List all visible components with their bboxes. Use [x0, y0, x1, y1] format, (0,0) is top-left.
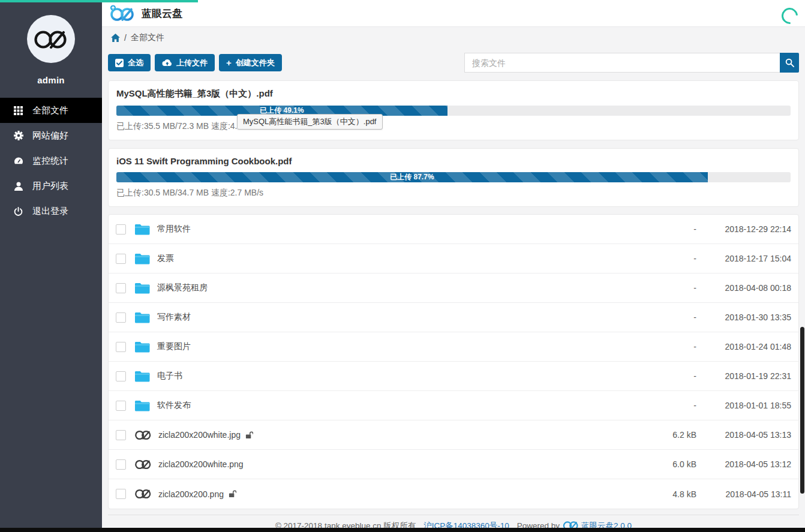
file-name[interactable]: 电子书 [157, 371, 182, 381]
file-name[interactable]: 发票 [157, 253, 174, 264]
table-row[interactable]: 重要图片 - 2018-01-24 01:48 [109, 332, 798, 362]
file-date: 2018-04-08 00:18 [696, 283, 791, 293]
upload-filename: MySQL高性能书籍_第3版（中文）.pdf [116, 88, 791, 100]
home-icon[interactable] [111, 34, 120, 42]
file-name[interactable]: 重要图片 [157, 341, 191, 352]
sidebar: admin 全部文件 [0, 0, 102, 528]
grid-icon [13, 106, 23, 115]
upload-progress-track: 已上传 49.1% [116, 106, 791, 116]
folder-icon [134, 399, 150, 411]
search-button[interactable] [780, 53, 799, 73]
unlock-icon[interactable] [229, 490, 236, 498]
table-row[interactable]: zicla200x200white.jpg 6.2 kB 2018-04-05 … [109, 420, 798, 450]
row-checkbox[interactable] [116, 371, 126, 381]
upload-file-button[interactable]: 上传文件 [155, 54, 215, 71]
row-checkbox[interactable] [116, 342, 126, 352]
power-icon [13, 207, 23, 216]
row-checkbox[interactable] [116, 401, 126, 411]
file-date: 2018-12-17 15:04 [696, 254, 791, 263]
image-thumbnail-icon [134, 459, 151, 470]
bottom-edge-bar [0, 528, 805, 532]
file-name[interactable]: 写作素材 [157, 312, 191, 323]
file-date: 2018-12-29 22:14 [696, 224, 791, 234]
row-checkbox[interactable] [116, 312, 126, 323]
avatar[interactable] [27, 15, 75, 63]
folder-icon [134, 370, 150, 382]
create-folder-button[interactable]: + 创建文件夹 [219, 54, 282, 71]
username: admin [0, 75, 102, 85]
table-row[interactable]: 常用软件 - 2018-12-29 22:14 [109, 215, 798, 244]
user-icon [13, 182, 23, 191]
sidebar-nav: 全部文件 网站偏好 [0, 98, 102, 224]
breadcrumb: / 全部文件 [102, 27, 805, 49]
sidebar-item-user-list[interactable]: 用户列表 [0, 173, 102, 199]
image-thumbnail-icon [134, 430, 151, 440]
file-list: 常用软件 - 2018-12-29 22:14 发票 - 2018-12-17 … [108, 214, 799, 509]
plus-icon: + [226, 58, 232, 67]
file-name[interactable]: 源枫景苑租房 [157, 282, 208, 293]
folder-icon [134, 311, 150, 323]
search-input[interactable] [464, 53, 780, 73]
table-row[interactable]: 电子书 - 2018-01-19 22:31 [109, 362, 798, 391]
file-date: 2018-01-24 01:48 [696, 342, 791, 351]
search-icon [785, 58, 794, 67]
search-bar [464, 53, 799, 73]
table-row[interactable]: 软件发布 - 2018-01-01 18:55 [109, 391, 798, 420]
file-size: 6.0 kB [648, 459, 696, 469]
table-row[interactable]: zicla200x200.png 4.8 kB 2018-04-05 13:11 [109, 479, 798, 509]
table-row[interactable]: zicla200x200white.png 6.0 kB 2018-04-05 … [109, 450, 798, 479]
row-checkbox[interactable] [116, 459, 126, 470]
upload-stats: 已上传:30.5 MB/34.7 MB 速度:2.7 MB/s [116, 188, 791, 199]
upload-stats: 已上传:35.5 MB/72.3 MB 速度:4.4 MB/s [116, 121, 791, 132]
page-title: 蓝眼云盘 [142, 7, 182, 20]
sidebar-item-label: 网站偏好 [32, 130, 68, 142]
unlock-icon[interactable] [245, 431, 253, 439]
file-date: 2018-01-30 13:35 [696, 312, 791, 322]
sidebar-item-site-preferences[interactable]: 网站偏好 [0, 123, 102, 148]
file-name[interactable]: zicla200x200white.jpg [158, 430, 241, 440]
app-window: admin 全部文件 [0, 0, 805, 532]
file-name[interactable]: zicla200x200white.png [158, 459, 244, 469]
file-date: 2018-04-05 13:12 [696, 459, 791, 469]
sidebar-item-label: 用户列表 [32, 181, 68, 192]
file-size: 4.8 kB [648, 489, 696, 499]
file-name[interactable]: 软件发布 [157, 400, 191, 411]
file-size: - [648, 283, 696, 293]
select-all-button[interactable]: 全选 [108, 54, 151, 71]
folder-icon [134, 253, 150, 265]
breadcrumb-current: 全部文件 [131, 32, 164, 43]
row-checkbox[interactable] [116, 489, 126, 499]
row-checkbox[interactable] [116, 254, 126, 264]
app-header: 蓝眼云盘 [102, 0, 805, 27]
breadcrumb-separator: / [124, 33, 127, 43]
app-logo-icon[interactable] [109, 5, 134, 22]
sidebar-item-label: 退出登录 [32, 206, 68, 217]
table-row[interactable]: 源枫景苑租房 - 2018-04-08 00:18 [109, 273, 798, 303]
table-row[interactable]: 发票 - 2018-12-17 15:04 [109, 244, 798, 273]
select-all-label: 全选 [128, 58, 143, 68]
main-area: 蓝眼云盘 / 全部文件 全选 [102, 0, 805, 528]
table-row[interactable]: 写作素材 - 2018-01-30 13:35 [109, 303, 798, 332]
upload-progress-track: 已上传 87.7% [116, 172, 791, 182]
file-name[interactable]: 常用软件 [157, 224, 191, 235]
row-checkbox[interactable] [116, 224, 126, 235]
row-checkbox[interactable] [116, 283, 126, 293]
upload-progress-label: 已上传 87.7% [390, 172, 434, 182]
brand-logo-icon [34, 28, 68, 50]
row-checkbox[interactable] [116, 430, 126, 440]
scrollbar-thumb[interactable] [800, 327, 804, 494]
folder-icon [134, 282, 150, 294]
file-size: - [648, 401, 696, 410]
check-square-icon [115, 59, 124, 67]
folder-icon [134, 341, 150, 353]
upload-file-label: 上传文件 [176, 58, 208, 68]
sidebar-item-label: 全部文件 [32, 105, 68, 116]
sidebar-item-all-files[interactable]: 全部文件 [0, 98, 102, 123]
upload-card: iOS 11 Swift Programming Cookbook.pdf 已上… [108, 148, 799, 207]
page-loading-bar [0, 0, 198, 2]
sidebar-item-monitoring[interactable]: 监控统计 [0, 148, 102, 173]
upload-card: MySQL高性能书籍_第3版（中文）.pdf 已上传 49.1% 已上传:35.… [108, 80, 799, 140]
file-name[interactable]: zicla200x200.png [158, 489, 224, 499]
sidebar-item-logout[interactable]: 退出登录 [0, 199, 102, 224]
dashboard-icon [13, 157, 23, 165]
